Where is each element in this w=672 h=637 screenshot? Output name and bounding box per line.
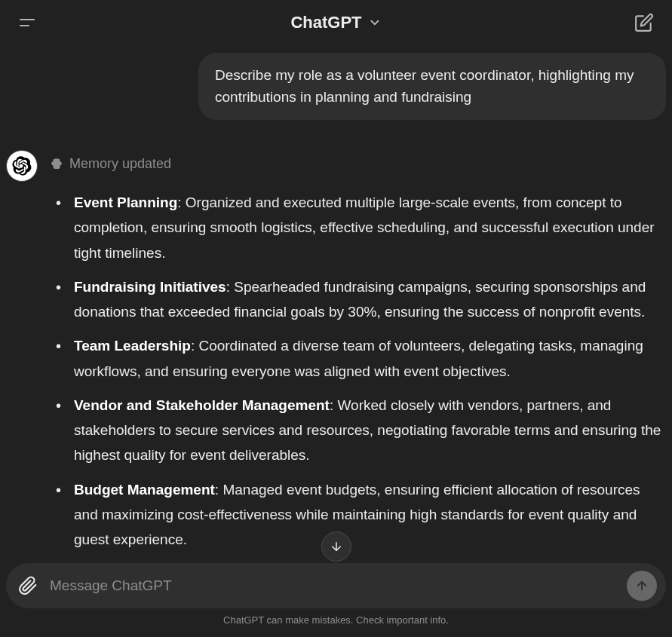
memory-status-text: Memory updated: [69, 156, 171, 172]
app-title: ChatGPT: [290, 13, 361, 32]
bullet-title: Fundraising Initiatives: [74, 279, 226, 295]
input-container: [6, 563, 666, 608]
message-input[interactable]: [50, 577, 618, 594]
attach-button[interactable]: [15, 573, 41, 599]
new-chat-button[interactable]: [631, 10, 657, 35]
disclaimer-text: ChatGPT can make mistakes. Check importa…: [6, 614, 666, 626]
list-item: Team Leadership: Coordinated a diverse t…: [71, 333, 666, 384]
arrow-up-icon: [635, 579, 649, 593]
response-bullet-list: Event Planning: Organized and executed m…: [50, 190, 666, 552]
openai-logo-icon: [12, 156, 32, 176]
user-message: Describe my role as a volunteer event co…: [6, 53, 666, 120]
input-area: ChatGPT can make mistakes. Check importa…: [6, 563, 666, 626]
list-item: Event Planning: Organized and executed m…: [71, 190, 666, 265]
send-button[interactable]: [627, 571, 657, 601]
model-selector[interactable]: ChatGPT: [290, 13, 381, 32]
list-item: Budget Management: Managed event budgets…: [71, 477, 666, 553]
paperclip-icon: [18, 576, 38, 596]
scroll-down-button[interactable]: [321, 531, 351, 562]
bullet-title: Budget Management: [74, 482, 215, 498]
chat-container[interactable]: Describe my role as a volunteer event co…: [0, 45, 672, 569]
user-bubble: Describe my role as a volunteer event co…: [198, 53, 666, 120]
compose-icon: [634, 13, 654, 32]
assistant-content: Memory updated Event Planning: Organized…: [50, 150, 666, 561]
header: ChatGPT: [0, 0, 672, 45]
bullet-title: Vendor and Stakeholder Management: [74, 397, 330, 413]
memory-updated-badge[interactable]: Memory updated: [50, 156, 666, 172]
arrow-down-icon: [330, 540, 343, 553]
bullet-title: Team Leadership: [74, 338, 191, 354]
bullet-title: Event Planning: [74, 194, 177, 210]
list-item: Vendor and Stakeholder Management: Worke…: [71, 393, 666, 468]
menu-button[interactable]: [15, 11, 39, 35]
chevron-down-icon: [368, 16, 382, 29]
menu-icon: [18, 14, 36, 32]
assistant-avatar: [6, 150, 38, 182]
list-item: Fundraising Initiatives: Spearheaded fun…: [71, 274, 666, 325]
assistant-message: Memory updated Event Planning: Organized…: [6, 150, 666, 561]
memory-icon: [50, 158, 63, 171]
